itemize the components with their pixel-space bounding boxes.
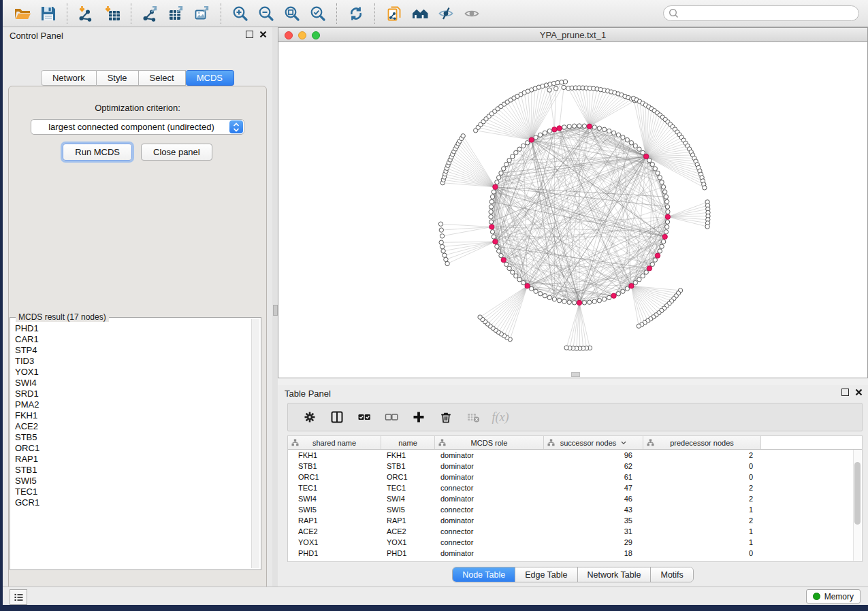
table-scrollbar-thumb[interactable]: [854, 462, 861, 525]
mcds-result-item[interactable]: GCR1: [15, 497, 252, 508]
table-row[interactable]: ACE2ACE2connector311: [288, 526, 862, 537]
table-row[interactable]: RAP1RAP1dominator352: [288, 515, 862, 526]
table-row[interactable]: SWI5SWI5connector431: [288, 504, 862, 515]
mcds-result-item[interactable]: SRD1: [15, 389, 252, 399]
network-view-canvas[interactable]: [278, 42, 868, 378]
settings-gear-button[interactable]: [302, 410, 318, 425]
criterion-select[interactable]: largest connected component (undirected): [31, 119, 244, 135]
toolbar-separator: [374, 3, 376, 24]
mcds-result-item[interactable]: PMA2: [15, 399, 252, 410]
export-network-button[interactable]: [142, 5, 159, 22]
split-panel-button[interactable]: [329, 410, 345, 425]
close-table-panel-icon[interactable]: [855, 389, 863, 396]
cell-name: FKH1: [381, 451, 435, 459]
mcds-result-item[interactable]: PHD1: [15, 323, 252, 334]
cell-successor-nodes: 46: [544, 495, 643, 503]
table-row[interactable]: ORC1ORC1dominator610: [288, 472, 862, 482]
mcds-result-item[interactable]: YOX1: [15, 367, 252, 378]
search-input[interactable]: [682, 8, 858, 19]
cell-name: RAP1: [381, 516, 435, 525]
houses-button[interactable]: [411, 5, 429, 22]
horizontal-splitter[interactable]: [278, 378, 868, 385]
tab-network-table[interactable]: Network Table: [578, 567, 652, 582]
canvas-resize-handle[interactable]: [571, 372, 580, 377]
splitter-handle[interactable]: [273, 305, 278, 316]
column-header-name[interactable]: name: [381, 436, 435, 449]
mcds-result-item[interactable]: STB5: [15, 432, 252, 443]
import-network-button[interactable]: [78, 5, 95, 22]
save-button[interactable]: [39, 5, 57, 22]
mcds-result-item[interactable]: TEC1: [15, 486, 252, 497]
column-header-successor-nodes[interactable]: successor nodes: [544, 436, 643, 449]
toolbar-separator: [67, 3, 68, 24]
tab-mcds[interactable]: MCDS: [186, 70, 234, 86]
table-row[interactable]: STB1STB1dominator620: [288, 461, 862, 472]
zoom-out-button[interactable]: [257, 5, 275, 22]
cell-predecessor-nodes: 1: [643, 506, 761, 514]
mcds-result-item[interactable]: FKH1: [15, 410, 252, 421]
tab-network[interactable]: Network: [41, 70, 97, 86]
run-mcds-button[interactable]: Run MCDS: [63, 144, 132, 161]
open-button[interactable]: [14, 5, 31, 22]
mcds-result-item[interactable]: ORC1: [15, 443, 252, 454]
layout-refresh-button[interactable]: [347, 5, 365, 22]
cell-name: PHD1: [381, 549, 435, 557]
export-image-button[interactable]: [193, 5, 211, 22]
table-row[interactable]: YOX1YOX1connector291: [288, 537, 862, 548]
hide-details-button[interactable]: [437, 5, 455, 22]
column-header-MCDS-role[interactable]: MCDS role: [435, 436, 544, 449]
task-history-button[interactable]: [10, 589, 27, 605]
import-table-button[interactable]: [103, 5, 121, 22]
float-table-panel-icon[interactable]: [841, 389, 849, 396]
tab-style[interactable]: Style: [97, 70, 139, 86]
window-zoom-icon[interactable]: [312, 31, 320, 39]
cell-successor-nodes: 29: [544, 538, 643, 546]
table-row[interactable]: TEC1TEC1connector472: [288, 482, 862, 493]
tab-node-table[interactable]: Node Table: [453, 567, 515, 582]
memory-button[interactable]: Memory: [806, 589, 861, 604]
window-minimize-icon[interactable]: [298, 31, 306, 39]
close-panel-icon[interactable]: [259, 31, 267, 38]
zoom-in-button[interactable]: [231, 5, 249, 22]
zoom-fit-button[interactable]: [283, 5, 301, 22]
deselect-all-button[interactable]: [383, 410, 400, 425]
close-panel-button[interactable]: Close panel: [141, 144, 212, 161]
show-details-button[interactable]: [463, 5, 481, 22]
chevron-down-icon[interactable]: [621, 441, 626, 445]
import-network-icon: [78, 5, 95, 22]
clone-network-button[interactable]: [385, 5, 403, 22]
mcds-result-item[interactable]: SWI4: [15, 378, 252, 389]
mcds-result-item[interactable]: STP4: [15, 345, 252, 356]
table-row[interactable]: PHD1PHD1dominator180: [288, 548, 862, 559]
tab-motifs[interactable]: Motifs: [651, 567, 692, 582]
delete-column-button[interactable]: [438, 410, 454, 425]
float-panel-icon[interactable]: [246, 31, 253, 38]
cell-mcds-role: dominator: [435, 549, 544, 557]
search-field[interactable]: [663, 5, 859, 21]
cell-successor-nodes: 35: [544, 516, 643, 525]
table-scrollbar[interactable]: [853, 450, 861, 561]
mcds-result-item[interactable]: STB1: [15, 465, 252, 476]
vertical-splitter[interactable]: [272, 27, 278, 587]
mcds-result-item[interactable]: ACE2: [15, 421, 252, 432]
network-window-title: YPA_prune.txt_1: [540, 30, 606, 40]
export-table-button[interactable]: [167, 5, 185, 22]
column-header-shared-name[interactable]: shared name: [288, 436, 381, 449]
application-window: Control Panel NetworkStyleSelectMCDS Opt…: [3, 0, 868, 605]
window-close-icon[interactable]: [285, 31, 293, 39]
mcds-result-list[interactable]: PHD1CAR1STP4TID3YOX1SWI4SRD1PMA2FKH1ACE2…: [10, 319, 252, 568]
mcds-result-item[interactable]: CAR1: [15, 334, 252, 345]
node-table[interactable]: shared namenameMCDS rolesuccessor nodesp…: [287, 435, 863, 562]
mcds-result-item[interactable]: TID3: [15, 356, 252, 367]
table-row[interactable]: FKH1FKH1dominator962: [288, 450, 862, 461]
select-all-button[interactable]: [356, 410, 372, 425]
tab-select[interactable]: Select: [139, 70, 186, 86]
mcds-result-scrollbar[interactable]: [251, 319, 259, 568]
mcds-result-item[interactable]: RAP1: [15, 454, 252, 465]
zoom-selected-button[interactable]: [309, 5, 327, 22]
add-column-button[interactable]: [411, 410, 427, 425]
table-row[interactable]: SWI4SWI4dominator462: [288, 493, 862, 504]
mcds-result-item[interactable]: SWI5: [15, 476, 252, 486]
column-header-predecessor-nodes[interactable]: predecessor nodes: [643, 436, 761, 449]
tab-edge-table[interactable]: Edge Table: [515, 567, 577, 582]
